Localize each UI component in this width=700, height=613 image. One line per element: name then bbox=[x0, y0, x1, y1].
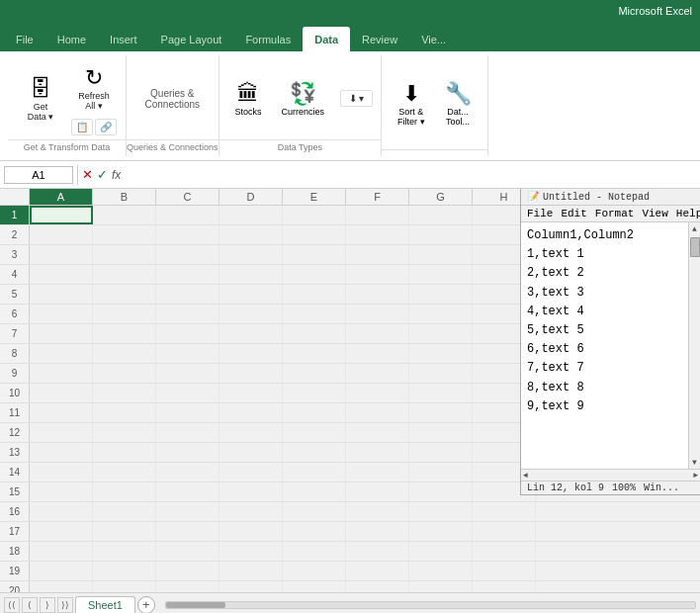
notepad-menu-file[interactable]: File bbox=[527, 208, 553, 219]
col-header-F[interactable]: F bbox=[346, 189, 409, 205]
col-header-C[interactable]: C bbox=[156, 189, 219, 205]
col-header-A[interactable]: A bbox=[30, 189, 93, 205]
row-num-5[interactable]: 5 bbox=[0, 285, 30, 304]
sort-filter-button[interactable]: ⬇ Sort & Filter ▾ bbox=[390, 77, 433, 131]
notepad-menu-help[interactable]: Help bbox=[676, 208, 700, 219]
edit-links-button[interactable]: 🔗 bbox=[95, 119, 117, 135]
row-num-2[interactable]: 2 bbox=[0, 225, 30, 244]
notepad-content-area: Column1,Column2 1,text 1 2,text 2 3,text… bbox=[521, 222, 700, 469]
notepad-menu-format[interactable]: Format bbox=[595, 208, 635, 219]
sort-filter-dropdown[interactable]: ⬇ ▾ bbox=[340, 90, 373, 107]
notepad-menubar: File Edit Format View Help bbox=[521, 206, 700, 222]
col-header-B[interactable]: B bbox=[93, 189, 156, 205]
scroll-left-arrow[interactable]: ◄ bbox=[521, 470, 530, 481]
row-num-15[interactable]: 15 bbox=[0, 482, 30, 501]
row-num-6[interactable]: 6 bbox=[0, 305, 30, 323]
col-header-D[interactable]: D bbox=[219, 189, 283, 205]
notepad-window-mode: Win... bbox=[644, 482, 679, 493]
scroll-thumb[interactable] bbox=[690, 237, 700, 257]
bottom-area: ⟨⟨ ⟨ ⟩ ⟩⟩ Sheet1 + Ready Lin 12, kol 9 1… bbox=[0, 592, 700, 613]
add-sheet-button[interactable]: + bbox=[137, 596, 155, 614]
col-header-E[interactable]: E bbox=[283, 189, 346, 205]
row-num-11[interactable]: 11 bbox=[0, 403, 30, 422]
notepad-panel: 📝 Untitled - Notepad File Edit Format Vi… bbox=[520, 189, 700, 495]
cell-C1[interactable] bbox=[156, 206, 219, 224]
row-num-10[interactable]: 10 bbox=[0, 384, 30, 402]
sheet-nav-prev[interactable]: ⟨ bbox=[22, 597, 38, 613]
cell-F1[interactable] bbox=[346, 206, 409, 224]
database-icon: 🗄 bbox=[30, 76, 51, 102]
group-get-transform-label: Get & Transform Data bbox=[8, 139, 126, 154]
insert-function-icon[interactable]: fx bbox=[112, 168, 121, 182]
tab-formulas[interactable]: Formulas bbox=[233, 27, 303, 51]
row-num-8[interactable]: 8 bbox=[0, 344, 30, 363]
col-header-G[interactable]: G bbox=[409, 189, 473, 205]
notepad-status-bar: Lin 12, kol 9 100% Win... bbox=[521, 481, 700, 494]
row-num-20[interactable]: 20 bbox=[0, 581, 30, 592]
notepad-icon: 📝 bbox=[527, 191, 539, 203]
confirm-formula-icon[interactable]: ✓ bbox=[97, 167, 108, 182]
sheet-scroll-nav: ⟨⟨ ⟨ ⟩ ⟩⟩ bbox=[4, 597, 73, 613]
scroll-up-arrow[interactable]: ▲ bbox=[690, 222, 699, 235]
cell-A1[interactable] bbox=[30, 206, 93, 224]
row-num-4[interactable]: 4 bbox=[0, 265, 30, 284]
notepad-menu-view[interactable]: View bbox=[642, 208, 667, 219]
cell-D1[interactable] bbox=[219, 206, 283, 224]
formula-input[interactable] bbox=[125, 169, 696, 181]
sheet-tab-1[interactable]: Sheet1 bbox=[75, 596, 135, 614]
get-data-button[interactable]: 🗄 Get Data ▾ bbox=[16, 72, 65, 126]
row-num-13[interactable]: 13 bbox=[0, 443, 30, 462]
notepad-menu-edit[interactable]: Edit bbox=[561, 208, 586, 219]
data-tools-button[interactable]: 🔧 Dat... Tool... bbox=[437, 77, 480, 131]
sort-icon: ⬇ bbox=[349, 93, 357, 104]
formula-bar: ✕ ✓ fx bbox=[0, 161, 700, 189]
stocks-icon: 🏛 bbox=[237, 81, 259, 107]
notepad-scrollbar-h-area: ◄ ► bbox=[521, 469, 700, 481]
row-num-14[interactable]: 14 bbox=[0, 463, 30, 482]
cell-B1[interactable] bbox=[93, 206, 156, 224]
table-row: 18 bbox=[0, 542, 700, 562]
tab-review[interactable]: Review bbox=[350, 27, 409, 51]
row-num-3[interactable]: 3 bbox=[0, 245, 30, 264]
row-num-12[interactable]: 12 bbox=[0, 423, 30, 442]
row-num-17[interactable]: 17 bbox=[0, 522, 30, 541]
scroll-right-arrow[interactable]: ► bbox=[691, 470, 700, 481]
name-box[interactable] bbox=[4, 166, 73, 184]
sheet-tabs: ⟨⟨ ⟨ ⟩ ⟩⟩ Sheet1 + bbox=[0, 592, 700, 613]
row-num-16[interactable]: 16 bbox=[0, 502, 30, 521]
tab-home[interactable]: Home bbox=[45, 27, 98, 51]
row-num-18[interactable]: 18 bbox=[0, 542, 30, 561]
scroll-down-arrow[interactable]: ▼ bbox=[690, 456, 699, 469]
sheet-nav-last[interactable]: ⟩⟩ bbox=[57, 597, 73, 613]
currencies-button[interactable]: 💱 Currencies bbox=[274, 77, 333, 121]
notepad-title: Untitled - Notepad bbox=[543, 192, 650, 203]
row-num-7[interactable]: 7 bbox=[0, 324, 30, 343]
tab-file[interactable]: File bbox=[4, 27, 45, 51]
row-num-9[interactable]: 9 bbox=[0, 364, 30, 383]
table-row: 16 bbox=[0, 502, 700, 522]
tab-view[interactable]: Vie... bbox=[409, 27, 458, 51]
currencies-icon: 💱 bbox=[290, 81, 316, 107]
row-num-1[interactable]: 1 bbox=[0, 206, 30, 224]
row-num-19[interactable]: 19 bbox=[0, 562, 30, 580]
tab-data[interactable]: Data bbox=[303, 27, 350, 51]
data-tools-icon: 🔧 bbox=[445, 81, 472, 107]
cell-E1[interactable] bbox=[283, 206, 346, 224]
sheet-nav-first[interactable]: ⟨⟨ bbox=[4, 597, 20, 613]
properties-button[interactable]: 📋 bbox=[71, 119, 93, 135]
tab-insert[interactable]: Insert bbox=[98, 27, 149, 51]
group-get-transform: 🗄 Get Data ▾ ↻ Refresh All ▾ 📋 bbox=[8, 55, 127, 156]
group-data-types: 🏛 Stocks 💱 Currencies ⬇ ▾ Data Types bbox=[219, 55, 383, 156]
notepad-text[interactable]: Column1,Column2 1,text 1 2,text 2 3,text… bbox=[521, 222, 688, 469]
sheet-nav-next[interactable]: ⟩ bbox=[40, 597, 55, 613]
notepad-scrollbar-v[interactable]: ▲ ▼ bbox=[688, 222, 700, 469]
notepad-titlebar: 📝 Untitled - Notepad bbox=[521, 189, 700, 206]
cell-G1[interactable] bbox=[409, 206, 473, 224]
corner-cell bbox=[0, 189, 30, 205]
cancel-formula-icon[interactable]: ✕ bbox=[82, 167, 93, 182]
horizontal-scrollbar[interactable] bbox=[165, 601, 696, 609]
tab-page-layout[interactable]: Page Layout bbox=[149, 27, 234, 51]
stocks-button[interactable]: 🏛 Stocks bbox=[227, 77, 270, 121]
refresh-all-button[interactable]: ↻ Refresh All ▾ bbox=[72, 61, 116, 115]
filter-icon: ⬇ bbox=[402, 81, 420, 107]
